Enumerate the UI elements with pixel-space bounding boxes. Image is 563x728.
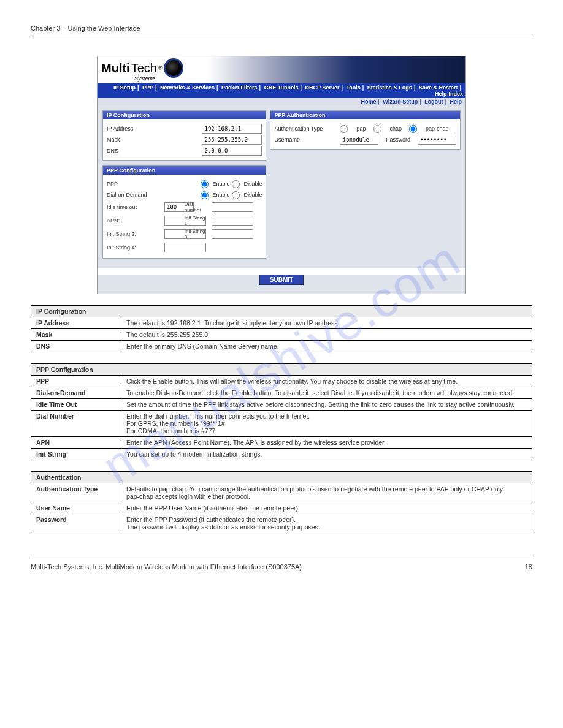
dial-input[interactable] — [212, 202, 253, 212]
nav-gre[interactable]: GRE Tunnels — [264, 85, 299, 91]
ip-config-panel: IP Configuration IP Address Mask — [102, 110, 266, 161]
nav-packet-filters[interactable]: Packet Filters — [221, 85, 258, 91]
dod-disable-radio[interactable] — [232, 191, 240, 199]
auth-panel: PPP Authentication Authentication Type p… — [270, 110, 461, 150]
nav-ppp[interactable]: PPP — [142, 85, 153, 91]
header-left: Chapter 3 – Using the Web Interface — [31, 25, 140, 32]
idle-label: Idle time out — [107, 204, 162, 210]
auth-chap-radio[interactable] — [373, 125, 381, 133]
nav-stats[interactable]: Statistics & Logs — [367, 85, 412, 91]
initstr2-label: Init String 2: — [107, 231, 162, 237]
submit-button[interactable]: SUBMIT — [259, 275, 304, 285]
subnav-logout[interactable]: Logout — [424, 99, 443, 105]
ppp-enable-radio[interactable] — [201, 180, 209, 188]
initstr1-label: Init String 1: — [185, 215, 209, 226]
nav-help[interactable]: Help-Index — [435, 91, 463, 97]
nav-dhcp[interactable]: DHCP Server — [305, 85, 340, 91]
footer-left: Multi-Tech Systems, Inc. MultiModem Wire… — [31, 563, 302, 571]
sub-nav: Home| Wizard Setup| Logout| Help — [98, 98, 465, 105]
logo-ball-icon — [164, 58, 183, 78]
app-screenshot: MultiTech® Systems IP Setup| PPP| Networ… — [97, 56, 466, 294]
ip-address-label: IP Address — [107, 126, 162, 132]
dod-enable-radio[interactable] — [201, 191, 209, 199]
page-header: Chapter 3 – Using the Web Interface — [31, 25, 532, 37]
ip-address-input[interactable] — [202, 124, 262, 134]
nav-tools[interactable]: Tools — [346, 85, 360, 91]
footer-right: 18 — [525, 563, 532, 571]
dns-label: DNS — [107, 148, 162, 154]
auth-type-label: Authentication Type — [274, 126, 332, 132]
username-input[interactable] — [340, 135, 378, 145]
subnav-help[interactable]: Help — [450, 99, 462, 105]
dial-label: Dial number — [185, 202, 209, 213]
main-nav[interactable]: IP Setup| PPP| Networks & Services| Pack… — [98, 83, 465, 98]
initstr3-label: Init String 3: — [185, 229, 209, 240]
dns-input[interactable] — [202, 146, 262, 156]
mask-input[interactable] — [202, 135, 262, 145]
dod-label: Dial-on-Demand — [107, 192, 162, 198]
username-label: Username — [274, 137, 332, 143]
auth-title: PPP Authentication — [270, 111, 460, 119]
initstr3-input[interactable] — [212, 229, 253, 239]
ppp-config-table: PPP Configuration PPPClick the Enable bu… — [31, 363, 532, 460]
ppp-config-title: PPP Configuration — [103, 166, 266, 175]
ip-config-title: IP Configuration — [103, 111, 266, 119]
page-footer: Multi-Tech Systems, Inc. MultiModem Wire… — [31, 558, 532, 571]
password-label: Password — [386, 137, 410, 143]
password-input[interactable] — [418, 135, 456, 145]
auth-pap-radio[interactable] — [340, 125, 348, 133]
ip-config-table: IP Configuration IP AddressThe default i… — [31, 305, 532, 352]
subnav-wizard[interactable]: Wizard Setup — [383, 99, 418, 105]
ppp-disable-radio[interactable] — [232, 180, 240, 188]
initstr4-input[interactable] — [164, 243, 206, 252]
subnav-home[interactable]: Home — [361, 99, 376, 105]
ppp-config-panel: PPP Configuration PPP Enable Disable Dia… — [102, 165, 266, 259]
nav-networks[interactable]: Networks & Services — [160, 85, 215, 91]
nav-ip-setup[interactable]: IP Setup — [113, 85, 136, 91]
auth-table: Authentication Authentication TypeDefaul… — [31, 471, 532, 533]
nav-save[interactable]: Save & Restart — [419, 85, 458, 91]
apn-label: APN: — [107, 218, 162, 224]
initstr1-input[interactable] — [212, 216, 253, 226]
mask-label: Mask — [107, 137, 162, 143]
auth-papchap-radio[interactable] — [409, 125, 417, 133]
shot-header: MultiTech® Systems — [98, 56, 465, 83]
ppp-label: PPP — [107, 181, 162, 187]
initstr4-label: Init String 4: — [107, 245, 162, 251]
